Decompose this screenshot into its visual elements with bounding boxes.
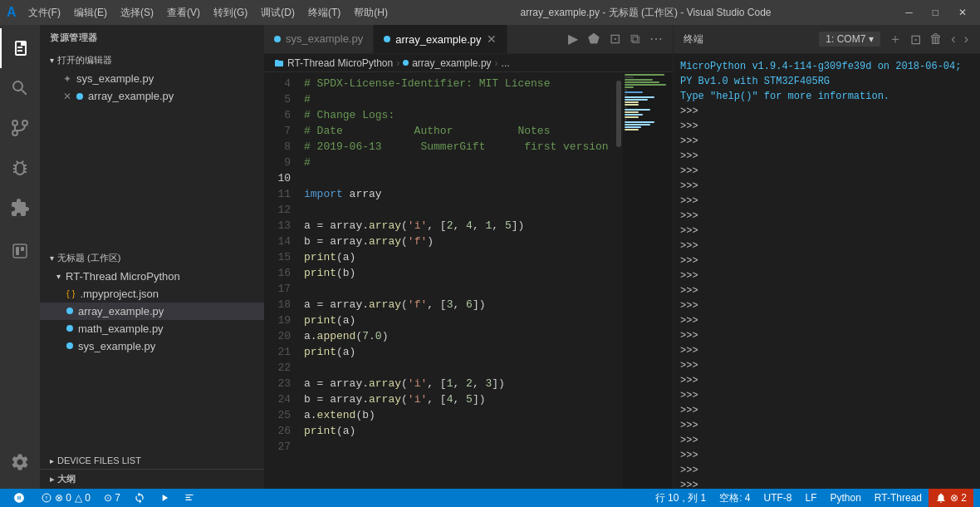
terminal-header: 终端 1: COM7 ▾ ＋ ⊡ 🗑 ‹ › (674, 25, 980, 54)
activity-rtthread[interactable] (0, 231, 40, 271)
more-button[interactable]: ⋯ (646, 29, 666, 48)
open-file-sys[interactable]: ✦ sys_example.py (40, 70, 264, 87)
terminal-split-btn[interactable]: ⊡ (909, 30, 923, 49)
status-spaces-label: 空格: 4 (719, 491, 750, 505)
breadcrumb-symbol[interactable]: ... (502, 57, 510, 69)
tree-math-example[interactable]: math_example.py (40, 320, 264, 337)
terminal-selector[interactable]: 1: COM7 ▾ (819, 32, 880, 47)
status-sync[interactable] (127, 489, 152, 507)
flash-button[interactable]: ⬟ (585, 29, 603, 48)
tree-rtthread[interactable]: ▾ RT-Thread MicroPython (40, 268, 264, 285)
terminal-next-btn[interactable]: › (963, 30, 970, 48)
status-encoding[interactable]: UTF-8 (757, 489, 798, 507)
terminal-prompt-19: >>> (680, 373, 973, 388)
activity-settings[interactable] (0, 442, 40, 482)
tree-sys-example[interactable]: sys_example.py (40, 337, 264, 355)
menu-file[interactable]: 文件(F) (23, 4, 66, 22)
py-icon-array (66, 308, 73, 314)
status-rtthread[interactable]: RT-Thread (868, 489, 929, 507)
tab-sys[interactable]: sys_example.py (264, 25, 374, 53)
status-error-badge[interactable]: ⊗ 2 (929, 489, 973, 507)
terminal-add-btn[interactable]: ＋ (887, 29, 904, 50)
device-files-section[interactable]: ▸ DEVICE FILES LIST (40, 452, 264, 469)
terminal-help-line: Type "help()" for more information. (680, 89, 973, 104)
maximize-button[interactable]: □ (926, 5, 945, 20)
terminal-prompt-4: >>> (680, 149, 973, 164)
run-icon (159, 492, 170, 504)
status-device-count[interactable]: ⊙ 7 (97, 489, 127, 507)
tab-close-array[interactable]: ✕ (487, 32, 497, 46)
git-icon (10, 118, 30, 138)
status-errors[interactable]: ⊗ 0 △ 0 (35, 489, 97, 507)
workspace-title: 无标题 (工作区) (57, 252, 120, 264)
tree-mpyproject-label: .mpyproject.json (80, 288, 159, 300)
status-encoding-label: UTF-8 (763, 492, 791, 504)
menu-help[interactable]: 帮助(H) (349, 4, 393, 22)
json-icon: { } (66, 288, 75, 298)
terminal-prompt-20: >>> (680, 388, 973, 403)
title-bar: A 文件(F) 编辑(E) 选择(S) 查看(V) 转到(G) 调试(D) 终端… (0, 0, 980, 25)
workspace-section[interactable]: ▾ 无标题 (工作区) (40, 249, 264, 268)
bell-icon (935, 492, 947, 504)
status-spaces[interactable]: 空格: 4 (713, 489, 757, 507)
close-icon-array[interactable]: ✕ (63, 91, 71, 102)
board-button[interactable]: ⊡ (606, 29, 624, 48)
terminal-content[interactable]: MicroPython v1.9.4-114-g309fe39d on 2018… (674, 54, 980, 489)
breadcrumb-root[interactable]: RT-Thread MicroPython (274, 57, 393, 69)
terminal-prev-btn[interactable]: ‹ (949, 30, 957, 48)
tree-sys-label: sys_example.py (78, 340, 155, 352)
status-run-btn[interactable] (152, 489, 177, 507)
svg-point-2 (22, 121, 27, 126)
editor-scrollbar[interactable] (615, 72, 623, 489)
status-line-ending[interactable]: LF (798, 489, 823, 507)
run-button[interactable]: ▶ (565, 29, 581, 48)
breadcrumb-file[interactable]: array_example.py (403, 57, 491, 69)
split-button[interactable]: ⧉ (627, 30, 643, 48)
minimize-button[interactable]: ─ (899, 5, 919, 20)
outline-section[interactable]: ▸ 大纲 (40, 469, 264, 489)
activity-git[interactable] (0, 108, 40, 148)
activity-search[interactable] (0, 68, 40, 108)
svg-point-1 (12, 121, 17, 126)
menu-edit[interactable]: 编辑(E) (69, 4, 112, 22)
terminal-prompt-25: >>> (680, 463, 973, 478)
open-file-array[interactable]: ✕ array_example.py (40, 87, 264, 105)
terminal-prompt-11: >>> (680, 254, 973, 268)
tab-dot-sys (274, 36, 281, 42)
rtthread-icon (11, 242, 29, 260)
status-python[interactable] (7, 489, 35, 507)
status-format-btn[interactable] (177, 489, 202, 507)
tab-icon-sys: ✦ (63, 73, 71, 85)
error-icon (42, 493, 51, 503)
svg-rect-12 (185, 500, 192, 500)
tree-rtthread-chevron: ▾ (56, 272, 61, 281)
code-editor[interactable]: # SPDX-License-Identifier: MIT License #… (297, 72, 615, 489)
terminal-prompt-26: >>> (680, 478, 973, 489)
tree-array-example[interactable]: array_example.py (40, 303, 264, 320)
menu-select[interactable]: 选择(S) (115, 4, 159, 22)
menu-debug[interactable]: 调试(D) (256, 4, 300, 22)
terminal-prompt-17: >>> (680, 343, 973, 358)
menu-terminal[interactable]: 终端(T) (303, 4, 345, 22)
py-icon-sys (66, 342, 73, 349)
open-editors-section[interactable]: ▾ 打开的编辑器 (40, 51, 264, 70)
svg-rect-6 (21, 247, 24, 251)
status-error-count: ⊗ 0 (55, 492, 71, 504)
activity-debug[interactable] (0, 148, 40, 188)
svg-rect-10 (185, 495, 193, 495)
activity-files[interactable] (0, 28, 40, 68)
menu-view[interactable]: 查看(V) (162, 4, 205, 22)
tab-array[interactable]: array_example.py ✕ (374, 25, 507, 53)
python-icon (13, 492, 25, 504)
tab-sys-label: sys_example.py (286, 32, 363, 45)
activity-extensions[interactable] (0, 188, 40, 228)
terminal-trash-btn[interactable]: 🗑 (928, 30, 944, 48)
status-row-col[interactable]: 行 10 , 列 1 (649, 489, 713, 507)
menu-bar: 文件(F) 编辑(E) 选择(S) 查看(V) 转到(G) 调试(D) 终端(T… (23, 4, 393, 22)
tree-mpyproject[interactable]: { } .mpyproject.json (40, 285, 264, 303)
status-language[interactable]: Python (823, 489, 867, 507)
tree-array-label: array_example.py (78, 305, 164, 317)
menu-goto[interactable]: 转到(G) (208, 4, 252, 22)
title-bar-left: A 文件(F) 编辑(E) 选择(S) 查看(V) 转到(G) 调试(D) 终端… (7, 4, 393, 22)
close-button[interactable]: ✕ (952, 5, 973, 20)
